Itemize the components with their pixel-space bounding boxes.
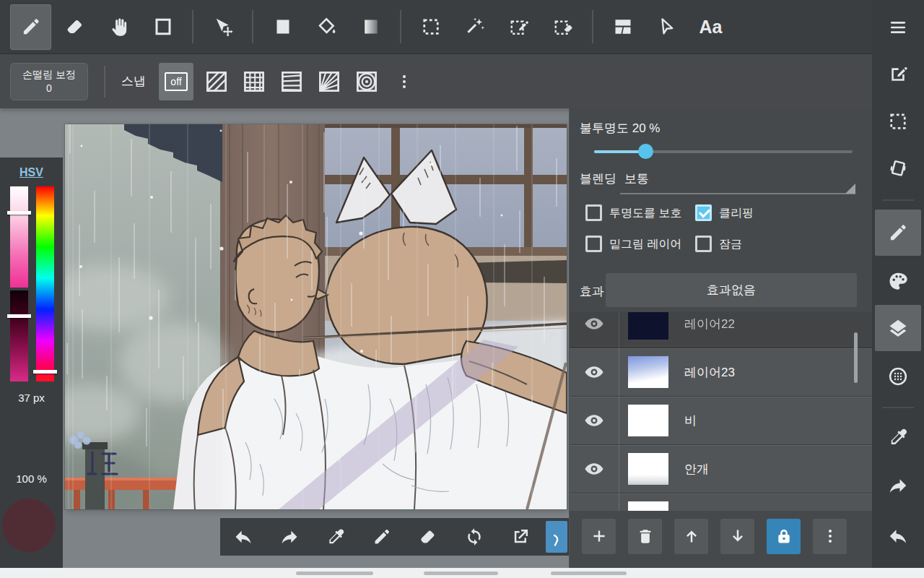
fill-tool[interactable] [306, 4, 347, 50]
export-button[interactable] [497, 518, 544, 556]
snap-off-button[interactable]: off [159, 63, 193, 100]
bucket-icon [316, 16, 338, 38]
magic-wand-tool[interactable] [454, 4, 495, 50]
sync-icon [464, 527, 484, 547]
redo-sidebar-button[interactable] [875, 465, 921, 506]
saturation-slider-handle[interactable] [7, 211, 31, 215]
layer-visibility-eye-icon[interactable] [570, 445, 619, 493]
canvas-divide-tool[interactable] [602, 4, 643, 50]
brush-color-preview[interactable] [2, 499, 56, 552]
layer-thumbnail [628, 356, 668, 388]
add-layer-button[interactable] [582, 519, 616, 554]
eyedropper-button[interactable] [313, 518, 359, 556]
divide-icon [612, 16, 634, 38]
hand-tool[interactable] [98, 4, 139, 50]
text-tool[interactable]: Aa [690, 4, 731, 50]
eraser-button[interactable] [405, 518, 451, 556]
partially-hidden-blue-button[interactable] [546, 521, 567, 553]
layer-row[interactable] [570, 493, 873, 511]
layer-visibility-eye-icon[interactable] [570, 348, 619, 396]
undo-button[interactable] [220, 518, 266, 556]
checkbox-checked[interactable] [695, 204, 712, 221]
checkbox-label: 투명도를 보호 [609, 204, 681, 221]
layer-row[interactable]: 비 [570, 397, 873, 445]
resize-handle[interactable] [424, 571, 498, 575]
layer-name: 레이어22 [684, 316, 735, 332]
pen-button[interactable] [359, 518, 405, 556]
layer-opacity-label: 불투명도 20 % [580, 120, 660, 137]
resize-handle[interactable] [551, 571, 627, 575]
pencil-icon [20, 16, 42, 38]
toolbar-divider [400, 10, 401, 43]
layer-visibility-eye-icon[interactable] [570, 312, 619, 348]
eyedropper-sidebar-button[interactable] [875, 417, 921, 457]
snap-radial-button[interactable] [310, 59, 348, 104]
hsv-link[interactable]: HSV [0, 166, 63, 179]
main-menu-button[interactable] [875, 7, 921, 48]
move-tool[interactable] [202, 4, 243, 50]
move-icon [212, 16, 234, 38]
canvas-artwork[interactable] [65, 124, 567, 509]
edit-menu-button[interactable] [875, 54, 921, 95]
snap-diagonal-button[interactable] [198, 59, 235, 104]
layer-row-body[interactable]: 레이어22 [619, 312, 873, 348]
hue-slider-handle[interactable] [33, 370, 57, 374]
select-pen-tool[interactable] [498, 4, 539, 50]
operate-tool[interactable] [646, 4, 687, 50]
checkbox-unchecked[interactable] [585, 204, 602, 221]
layer-row-body[interactable] [619, 493, 873, 511]
toolbar-divider [592, 10, 593, 43]
layer-row[interactable]: 레이어23 [570, 348, 873, 397]
stabilizer-button[interactable]: 손떨림 보정 0 [10, 63, 88, 100]
material-panel-button[interactable] [875, 356, 921, 397]
layers-panel-button[interactable] [875, 305, 921, 351]
layer-thumbnail [628, 453, 668, 485]
checkbox-unchecked[interactable] [695, 236, 712, 252]
effect-button[interactable]: 효과없음 [606, 273, 857, 307]
undo-sidebar-button[interactable] [875, 516, 921, 556]
frame-tool[interactable] [142, 4, 183, 50]
checkbox-unchecked[interactable] [585, 236, 602, 252]
transform-menu-button[interactable] [875, 148, 921, 189]
gradient-tool[interactable] [350, 4, 391, 50]
lock-layer-button[interactable] [767, 519, 801, 554]
layer-row-body[interactable]: 레이어23 [619, 348, 873, 396]
layer-row[interactable]: 레이어22 [570, 312, 873, 348]
layer-row-body[interactable]: 안개 [619, 445, 873, 493]
select-rect-tool[interactable] [410, 4, 451, 50]
checkbox-label: 클리핑 [719, 204, 754, 221]
color-panel-button[interactable] [875, 261, 921, 301]
snap-grid-button[interactable] [235, 59, 273, 104]
shape-tool[interactable] [262, 4, 303, 50]
layer-opacity-slider-handle[interactable] [638, 144, 653, 159]
layer-more-button[interactable] [813, 519, 847, 554]
brush-panel-button[interactable] [875, 210, 921, 256]
lock-icon [775, 527, 793, 545]
pen-tool[interactable] [10, 4, 51, 50]
blending-select[interactable]: 보통 [624, 171, 649, 187]
system-bottom-strip [0, 568, 924, 578]
resize-handle[interactable] [296, 571, 373, 575]
value-slider-handle[interactable] [7, 314, 31, 318]
layer-visibility-eye-icon[interactable] [570, 397, 619, 444]
delete-layer-button[interactable] [628, 519, 662, 554]
snap-parallel-button[interactable] [273, 59, 310, 104]
eraser-tool[interactable] [54, 4, 95, 50]
select-menu-button[interactable] [875, 101, 921, 142]
saturation-slider[interactable] [10, 186, 28, 288]
reset-view-button[interactable] [451, 518, 497, 556]
layer-visibility-eye-icon[interactable] [570, 493, 619, 511]
hue-slider[interactable] [36, 186, 54, 381]
collapse-color-panel-button[interactable] [9, 117, 38, 146]
select-eraser-tool[interactable] [542, 4, 583, 50]
value-slider[interactable] [10, 290, 28, 381]
layer-row-body[interactable]: 비 [619, 397, 873, 444]
snap-concentric-button[interactable] [348, 59, 385, 104]
snap-concentric-icon [354, 69, 380, 95]
layer-list-scrollbar[interactable] [854, 332, 858, 383]
snap-more-button[interactable] [385, 59, 423, 104]
layer-row[interactable]: 안개 [570, 445, 873, 493]
move-layer-up-button[interactable] [674, 519, 708, 554]
redo-button[interactable] [266, 518, 313, 556]
move-layer-down-button[interactable] [720, 519, 754, 554]
